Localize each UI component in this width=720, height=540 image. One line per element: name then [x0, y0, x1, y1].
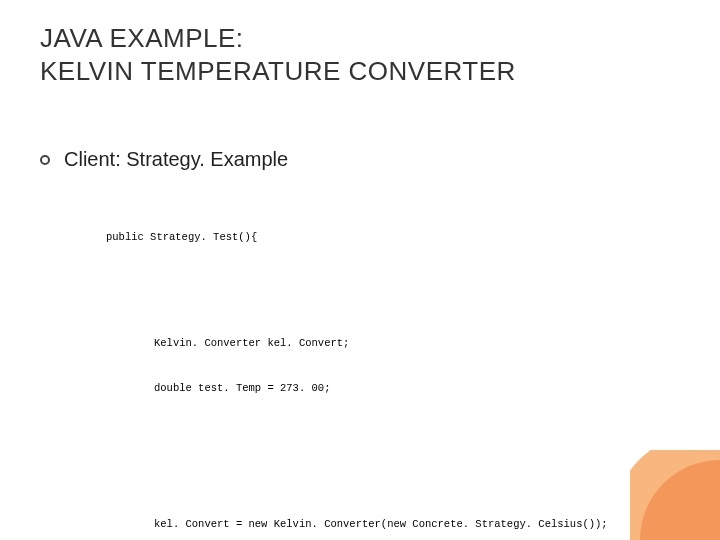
code-line: Kelvin. Converter kel. Convert; [154, 336, 627, 351]
subtitle-text: Client: Strategy. Example [64, 148, 288, 171]
subtitle-row: Client: Strategy. Example [40, 148, 288, 171]
bullet-icon [40, 155, 50, 165]
code-line: double test. Temp = 273. 00; [154, 381, 627, 396]
code-line: kel. Convert = new Kelvin. Converter(new… [154, 517, 627, 532]
code-method-sig: public Strategy. Test(){ [106, 230, 627, 245]
corner-decoration [630, 450, 720, 540]
title-line-1: JAVA EXAMPLE: [40, 22, 516, 55]
slide-title: JAVA EXAMPLE: KELVIN TEMPERATURE CONVERT… [40, 22, 516, 87]
title-line-2: KELVIN TEMPERATURE CONVERTER [40, 55, 516, 88]
code-block: public Strategy. Test(){ Kelvin. Convert… [106, 200, 627, 540]
